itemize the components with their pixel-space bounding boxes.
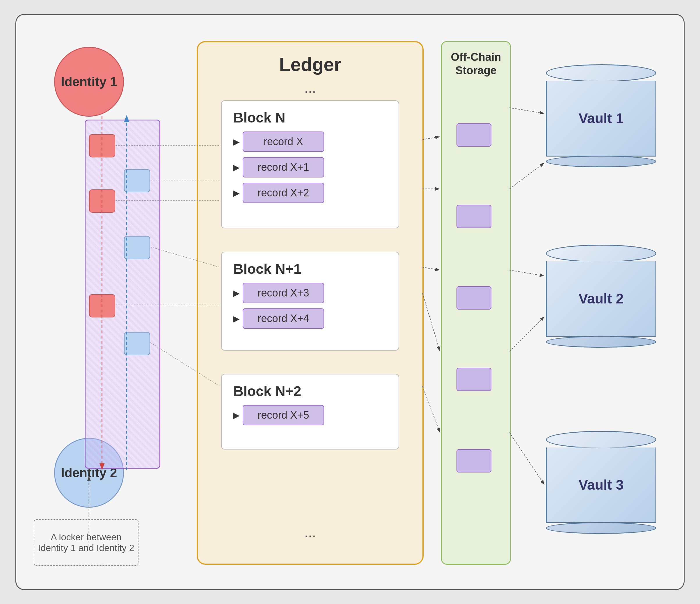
svg-line-14 xyxy=(422,386,440,433)
ledger-dots-bottom: ... xyxy=(198,524,422,540)
blue-block-2 xyxy=(124,236,150,259)
vault-1: Vault 1 xyxy=(546,64,656,167)
record-row-x3: ▶ record X+3 xyxy=(233,283,387,303)
vault-1-body: Vault 1 xyxy=(546,81,656,156)
vault-2-top xyxy=(546,245,656,262)
storage-box-2 xyxy=(456,205,492,228)
identity1-label: Identity 1 xyxy=(61,74,117,89)
storage-box-3 xyxy=(456,286,492,309)
record-x3: record X+3 xyxy=(243,283,324,303)
storage-box-4 xyxy=(456,368,492,391)
record-row-x2: ▶ record X+2 xyxy=(233,183,387,203)
main-diagram: Identity 1 Identity 2 A locker between I… xyxy=(16,14,684,590)
offchain-title: Off-ChainStorage xyxy=(442,51,510,77)
block-n2-title: Block N+2 xyxy=(233,383,387,399)
svg-line-10 xyxy=(422,137,440,140)
storage-box-5 xyxy=(456,449,492,473)
arrow-icon: ▶ xyxy=(233,314,240,324)
vault-1-label: Vault 1 xyxy=(579,110,624,126)
record-x4: record X+4 xyxy=(243,308,324,329)
red-block-2 xyxy=(89,190,115,213)
block-n-title: Block N xyxy=(233,110,387,126)
red-block-1 xyxy=(89,134,115,157)
svg-line-18 xyxy=(509,317,544,351)
ledger-dots-top: ... xyxy=(198,80,422,96)
svg-line-13 xyxy=(422,293,440,351)
record-x2: record X+2 xyxy=(243,183,324,203)
record-x1: record X+1 xyxy=(243,157,324,177)
vault-1-bottom xyxy=(546,156,656,167)
record-row-x: ▶ record X xyxy=(233,131,387,152)
locker-label: A locker between Identity 1 and Identity… xyxy=(37,532,135,553)
svg-line-16 xyxy=(509,162,544,189)
vault-1-top xyxy=(546,64,656,82)
arrow-icon: ▶ xyxy=(233,188,240,198)
svg-line-12 xyxy=(422,267,440,270)
arrow-icon: ▶ xyxy=(233,288,240,298)
svg-line-19 xyxy=(509,433,544,485)
record-row-x4: ▶ record X+4 xyxy=(233,308,387,329)
blue-block-3 xyxy=(124,332,150,355)
record-row-x1: ▶ record X+1 xyxy=(233,157,387,177)
vault-3-label: Vault 3 xyxy=(579,477,624,493)
vault-2-bottom xyxy=(546,336,656,348)
vault-2-label: Vault 2 xyxy=(579,291,624,307)
svg-line-17 xyxy=(509,270,544,276)
record-x: record X xyxy=(243,131,324,152)
arrow-icon: ▶ xyxy=(233,137,240,147)
identity1-node: Identity 1 xyxy=(54,47,124,117)
vault-3: Vault 3 xyxy=(546,431,656,534)
blue-block-1 xyxy=(124,169,150,192)
record-x5: record X+5 xyxy=(243,405,324,425)
block-n1-title: Block N+1 xyxy=(233,261,387,277)
offchain-storage: Off-ChainStorage xyxy=(441,41,511,565)
block-n: Block N ▶ record X ▶ record X+1 ▶ record… xyxy=(221,100,399,228)
red-block-3 xyxy=(89,294,115,318)
record-row-x5: ▶ record X+5 xyxy=(233,405,387,425)
svg-line-15 xyxy=(509,108,544,114)
vault-2: Vault 2 xyxy=(546,245,656,348)
vault-3-bottom xyxy=(546,522,656,534)
ledger-container: Ledger ... ... Block N ▶ record X ▶ reco… xyxy=(197,41,424,565)
storage-box-1 xyxy=(456,123,492,147)
block-n1: Block N+1 ▶ record X+3 ▶ record X+4 xyxy=(221,252,399,351)
vault-3-top xyxy=(546,431,656,448)
ledger-title: Ledger xyxy=(198,54,422,75)
arrow-icon: ▶ xyxy=(233,162,240,172)
arrow-icon: ▶ xyxy=(233,410,240,420)
block-n2: Block N+2 ▶ record X+5 xyxy=(221,374,399,450)
vault-2-body: Vault 2 xyxy=(546,261,656,337)
locker-annotation: A locker between Identity 1 and Identity… xyxy=(34,519,139,566)
vault-3-body: Vault 3 xyxy=(546,448,656,523)
